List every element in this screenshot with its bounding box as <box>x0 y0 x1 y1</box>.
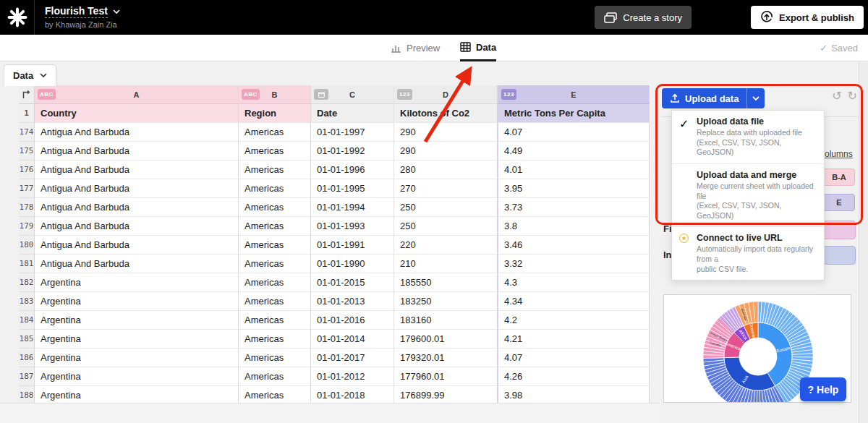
column-header-c[interactable]: C <box>311 85 394 104</box>
upload-data-button[interactable]: Upload data <box>662 88 765 108</box>
data-cell[interactable]: Antigua And Barbuda <box>35 198 239 217</box>
row-number[interactable]: 185 <box>19 330 35 349</box>
column-selector-ba[interactable]: B-A <box>823 168 855 186</box>
data-cell[interactable]: Antigua And Barbuda <box>35 123 239 142</box>
data-cell[interactable]: 290 <box>394 142 498 161</box>
data-cell[interactable]: Americas <box>239 142 311 161</box>
data-cell[interactable]: 4.07 <box>498 349 650 367</box>
data-cell[interactable]: Argentina <box>35 311 239 330</box>
data-cell[interactable]: 183160 <box>394 311 498 330</box>
field-name-cell[interactable]: Region <box>239 104 311 123</box>
row-number[interactable]: 174 <box>19 123 35 142</box>
data-cell[interactable]: 01-01-1992 <box>311 142 394 161</box>
data-cell[interactable]: 179320.01 <box>394 349 498 367</box>
row-number[interactable]: 181 <box>19 255 35 273</box>
data-cell[interactable]: 4.07 <box>498 123 650 142</box>
data-cell[interactable]: 177960.01 <box>394 367 498 386</box>
sheet-tab-data[interactable]: Data <box>4 64 56 86</box>
column-header-d[interactable]: 123 D <box>394 85 498 104</box>
data-cell[interactable]: Americas <box>239 236 311 255</box>
field-name-cell[interactable]: Date <box>311 104 394 123</box>
project-title[interactable]: Flourish Test <box>45 5 108 18</box>
data-cell[interactable]: Argentina <box>35 349 239 367</box>
data-cell[interactable]: Americas <box>239 161 311 179</box>
data-cell[interactable]: 01-01-1997 <box>311 123 394 142</box>
data-cell[interactable]: Argentina <box>35 330 239 349</box>
data-cell[interactable]: Americas <box>239 311 311 330</box>
data-cell[interactable]: 270 <box>394 179 498 198</box>
tab-data[interactable]: Data <box>460 35 496 61</box>
row-number[interactable]: 175 <box>19 142 35 161</box>
data-cell[interactable]: Argentina <box>35 386 239 403</box>
menu-item-upload-merge[interactable]: Upload data and merge Merge current shee… <box>672 164 824 228</box>
data-cell[interactable]: Americas <box>239 386 311 403</box>
data-cell[interactable]: Antigua And Barbuda <box>35 217 239 236</box>
data-cell[interactable]: 01-01-1993 <box>311 217 394 236</box>
data-cell[interactable]: 4.21 <box>498 330 650 349</box>
data-cell[interactable]: Americas <box>239 292 311 311</box>
data-cell[interactable]: 01-01-1995 <box>311 179 394 198</box>
data-cell[interactable]: Antigua And Barbuda <box>35 255 239 273</box>
flourish-logo[interactable] <box>0 0 35 35</box>
help-button[interactable]: ? Help <box>800 377 846 401</box>
data-cell[interactable]: Americas <box>239 349 311 367</box>
data-cell[interactable]: 01-01-2014 <box>311 330 394 349</box>
data-cell[interactable]: 01-01-1991 <box>311 236 394 255</box>
data-cell[interactable]: 250 <box>394 217 498 236</box>
data-cell[interactable]: 3.46 <box>498 236 650 255</box>
data-cell[interactable]: 4.01 <box>498 161 650 179</box>
data-cell[interactable]: 01-01-2018 <box>311 386 394 403</box>
data-cell[interactable]: 179600.01 <box>394 330 498 349</box>
redo-icon[interactable]: ↻ <box>848 89 857 103</box>
row-number[interactable]: 187 <box>19 367 35 386</box>
data-cell[interactable]: 280 <box>394 161 498 179</box>
data-cell[interactable]: 01-01-2017 <box>311 349 394 367</box>
data-cell[interactable]: 290 <box>394 123 498 142</box>
data-cell[interactable]: 4.3 <box>498 273 650 292</box>
data-cell[interactable]: 210 <box>394 255 498 273</box>
select-all-cell[interactable] <box>19 85 35 104</box>
data-cell[interactable]: 01-01-2012 <box>311 367 394 386</box>
tab-preview[interactable]: Preview <box>391 35 440 61</box>
data-cell[interactable]: 01-01-2015 <box>311 273 394 292</box>
data-cell[interactable]: 185550 <box>394 273 498 292</box>
data-cell[interactable]: Argentina <box>35 292 239 311</box>
data-cell[interactable]: 4.49 <box>498 142 650 161</box>
column-header-b[interactable]: ABC B <box>239 85 311 104</box>
data-cell[interactable]: 4.2 <box>498 311 650 330</box>
field-name-cell[interactable]: Kilotons of Co2 <box>394 104 498 123</box>
data-cell[interactable]: 183250 <box>394 292 498 311</box>
data-cell[interactable]: Antigua And Barbuda <box>35 142 239 161</box>
data-cell[interactable]: Americas <box>239 179 311 198</box>
row-number[interactable]: 182 <box>19 273 35 292</box>
data-cell[interactable]: 01-01-2013 <box>311 292 394 311</box>
upload-data-main[interactable]: Upload data <box>662 88 746 108</box>
data-cell[interactable]: Americas <box>239 217 311 236</box>
data-cell[interactable]: Antigua And Barbuda <box>35 161 239 179</box>
data-cell[interactable]: 3.8 <box>498 217 650 236</box>
undo-icon[interactable]: ↺ <box>832 89 841 103</box>
data-cell[interactable]: 3.98 <box>498 386 650 403</box>
data-cell[interactable]: Americas <box>239 123 311 142</box>
row-number[interactable]: 184 <box>19 311 35 330</box>
data-cell[interactable]: 3.95 <box>498 179 650 198</box>
data-cell[interactable]: Americas <box>239 330 311 349</box>
data-cell[interactable]: Americas <box>239 273 311 292</box>
data-cell[interactable]: 01-01-2016 <box>311 311 394 330</box>
columns-link[interactable]: columns <box>820 149 853 159</box>
field-name-cell[interactable]: Metric Tons Per Capita <box>498 104 650 123</box>
filter-column-input[interactable] <box>823 221 856 239</box>
data-cell[interactable]: 01-01-1994 <box>311 198 394 217</box>
column-header-e[interactable]: 123 E <box>498 85 650 104</box>
data-cell[interactable]: 176899.99 <box>394 386 498 403</box>
data-cell[interactable]: 4.26 <box>498 367 650 386</box>
data-cell[interactable]: Americas <box>239 367 311 386</box>
upload-options-caret[interactable] <box>746 88 765 108</box>
data-cell[interactable]: 3.73 <box>498 198 650 217</box>
menu-item-live-url[interactable]: ★ Connect to live URL Automatically impo… <box>672 227 824 280</box>
field-name-cell[interactable]: Country <box>35 104 239 123</box>
data-cell[interactable]: 3.32 <box>498 255 650 273</box>
row-number[interactable]: 177 <box>19 179 35 198</box>
column-header-a[interactable]: ABC A <box>35 85 239 104</box>
data-cell[interactable]: 01-01-1990 <box>311 255 394 273</box>
